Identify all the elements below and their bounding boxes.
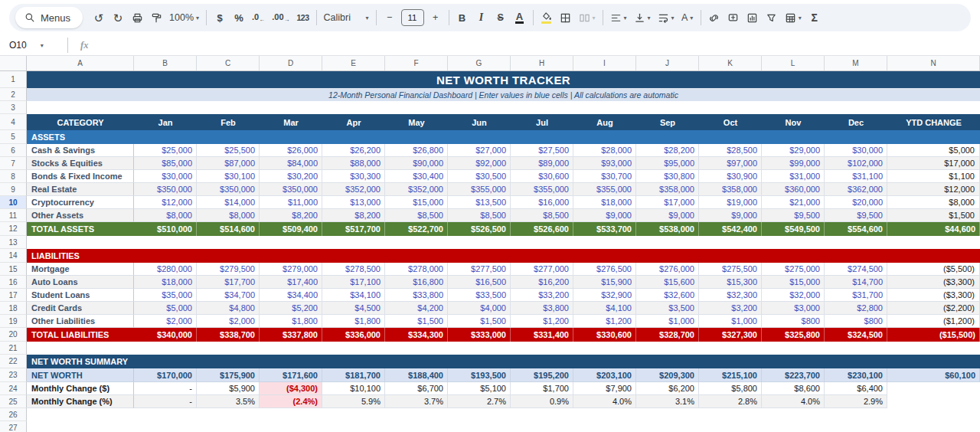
fill-color-button[interactable]: [537, 8, 556, 28]
column-header-f[interactable]: F: [385, 56, 448, 70]
total-label-cell[interactable]: TOTAL ASSETS: [27, 222, 134, 236]
value-cell[interactable]: $276,000: [636, 263, 699, 276]
ytd-cell[interactable]: ($5,500): [887, 263, 980, 276]
value-cell[interactable]: $8,500: [448, 209, 511, 222]
value-cell[interactable]: $4,000: [448, 302, 511, 315]
value-cell[interactable]: $30,000: [825, 144, 887, 157]
value-cell[interactable]: $84,000: [260, 157, 322, 170]
text-wrap-button[interactable]: ▾: [655, 8, 678, 28]
change-label-cell[interactable]: Monthly Change ($): [27, 382, 134, 395]
row-header-22[interactable]: 22: [0, 355, 27, 368]
text-color-button[interactable]: A: [511, 8, 529, 28]
value-cell[interactable]: $14,700: [825, 276, 887, 289]
total-value-cell[interactable]: $522,700: [385, 222, 448, 236]
value-cell[interactable]: $32,900: [573, 289, 636, 302]
column-header-k[interactable]: K: [699, 56, 762, 70]
category-cell[interactable]: Mortgage: [27, 263, 134, 276]
column-header-e[interactable]: E: [322, 56, 385, 70]
header-cell[interactable]: YTD CHANGE: [887, 114, 980, 130]
row-header-3[interactable]: 3: [0, 101, 27, 114]
row-header-20[interactable]: 20: [0, 328, 27, 342]
header-cell[interactable]: Feb: [197, 114, 260, 130]
value-cell[interactable]: $88,000: [322, 157, 385, 170]
subtitle-cell[interactable]: 12-Month Personal Financial Dashboard | …: [27, 88, 980, 101]
value-cell[interactable]: $1,800: [260, 315, 322, 328]
create-filter-button[interactable]: [763, 8, 781, 28]
category-cell[interactable]: Cryptocurrency: [27, 196, 134, 209]
change-value-cell[interactable]: 3.5%: [197, 395, 260, 408]
value-cell[interactable]: $15,900: [573, 276, 636, 289]
value-cell[interactable]: $3,500: [636, 302, 699, 315]
value-cell[interactable]: $16,500: [448, 276, 511, 289]
change-ytd-cell[interactable]: [887, 382, 980, 395]
change-value-cell[interactable]: 2.8%: [699, 395, 762, 408]
value-cell[interactable]: $4,500: [322, 302, 385, 315]
header-cell[interactable]: Jan: [134, 114, 197, 130]
total-value-cell[interactable]: $509,400: [260, 222, 322, 236]
borders-button[interactable]: [557, 8, 575, 28]
value-cell[interactable]: $20,000: [825, 196, 887, 209]
vertical-align-button[interactable]: ▾: [631, 8, 654, 28]
value-cell[interactable]: $28,200: [636, 144, 699, 157]
value-cell[interactable]: $277,500: [448, 263, 511, 276]
change-label-cell[interactable]: Monthly Change (%): [27, 395, 134, 408]
value-cell[interactable]: $15,000: [762, 276, 825, 289]
value-cell[interactable]: $17,100: [322, 276, 385, 289]
row-header-26[interactable]: 26: [0, 408, 27, 421]
insert-comment-button[interactable]: [724, 8, 743, 28]
value-cell[interactable]: $1,800: [322, 315, 385, 328]
ytd-cell[interactable]: $5,000: [887, 144, 980, 157]
value-cell[interactable]: $28,000: [573, 144, 636, 157]
value-cell[interactable]: $99,000: [762, 157, 825, 170]
total-value-cell[interactable]: $510,000: [134, 222, 197, 236]
value-cell[interactable]: $350,000: [197, 183, 260, 196]
value-cell[interactable]: $25,500: [197, 144, 260, 157]
ytd-cell[interactable]: ($3,300): [887, 276, 980, 289]
value-cell[interactable]: $13,000: [322, 196, 385, 209]
value-cell[interactable]: $355,000: [573, 183, 636, 196]
total-value-cell[interactable]: $514,600: [197, 222, 260, 236]
value-cell[interactable]: $3,200: [699, 302, 762, 315]
empty-cell[interactable]: [27, 101, 980, 114]
value-cell[interactable]: $34,100: [322, 289, 385, 302]
value-cell[interactable]: $15,300: [699, 276, 762, 289]
networth-label-cell[interactable]: NET WORTH: [27, 368, 134, 382]
column-header-h[interactable]: H: [511, 56, 573, 70]
value-cell[interactable]: $33,500: [448, 289, 511, 302]
empty-cell[interactable]: [27, 342, 980, 355]
row-header-9[interactable]: 9: [0, 183, 27, 196]
total-value-cell[interactable]: $542,400: [699, 222, 762, 236]
value-cell[interactable]: $102,000: [825, 157, 887, 170]
value-cell[interactable]: $93,000: [573, 157, 636, 170]
value-cell[interactable]: $30,500: [448, 170, 511, 183]
column-header-c[interactable]: C: [197, 56, 260, 70]
value-cell[interactable]: $9,000: [573, 209, 636, 222]
networth-value-cell[interactable]: $209,300: [636, 368, 699, 382]
value-cell[interactable]: $31,000: [762, 170, 825, 183]
value-cell[interactable]: $31,100: [825, 170, 887, 183]
total-value-cell[interactable]: $538,000: [636, 222, 699, 236]
value-cell[interactable]: $1,500: [448, 315, 511, 328]
total-value-cell[interactable]: $330,600: [573, 328, 636, 342]
value-cell[interactable]: $279,000: [260, 263, 322, 276]
value-cell[interactable]: $355,000: [448, 183, 511, 196]
value-cell[interactable]: $4,800: [197, 302, 260, 315]
header-cell[interactable]: Mar: [260, 114, 322, 130]
row-header-11[interactable]: 11: [0, 209, 27, 222]
value-cell[interactable]: $97,000: [699, 157, 762, 170]
row-header-16[interactable]: 16: [0, 276, 27, 289]
row-header-8[interactable]: 8: [0, 170, 27, 183]
total-ytd-cell[interactable]: $44,600: [887, 222, 980, 236]
value-cell[interactable]: $9,000: [636, 209, 699, 222]
total-value-cell[interactable]: $325,800: [762, 328, 825, 342]
change-value-cell[interactable]: $8,600: [762, 382, 825, 395]
value-cell[interactable]: $27,500: [511, 144, 573, 157]
value-cell[interactable]: $3,800: [511, 302, 573, 315]
value-cell[interactable]: $352,000: [385, 183, 448, 196]
value-cell[interactable]: $274,500: [825, 263, 887, 276]
row-header-15[interactable]: 15: [0, 263, 27, 276]
value-cell[interactable]: $278,500: [322, 263, 385, 276]
value-cell[interactable]: $360,000: [762, 183, 825, 196]
value-cell[interactable]: $8,000: [134, 209, 197, 222]
value-cell[interactable]: $89,000: [511, 157, 573, 170]
